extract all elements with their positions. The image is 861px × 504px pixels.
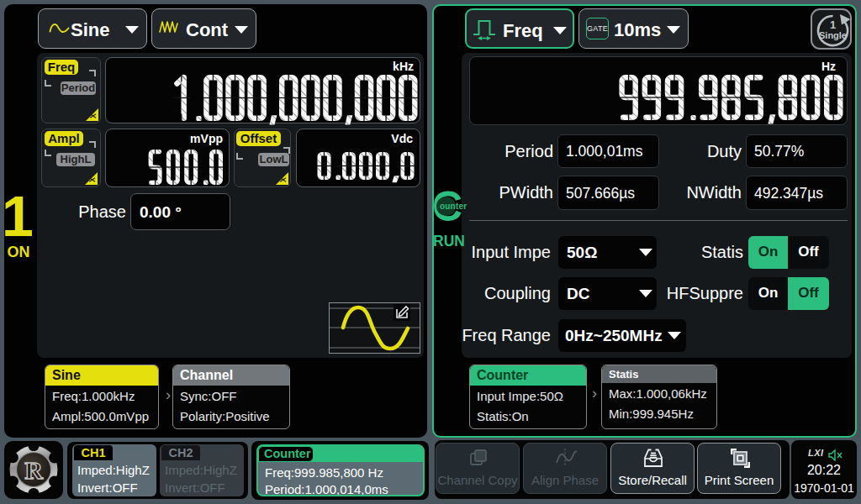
svg-text:Single: Single — [819, 30, 847, 40]
svg-text:1: 1 — [830, 18, 836, 31]
svg-text:R: R — [24, 456, 43, 484]
